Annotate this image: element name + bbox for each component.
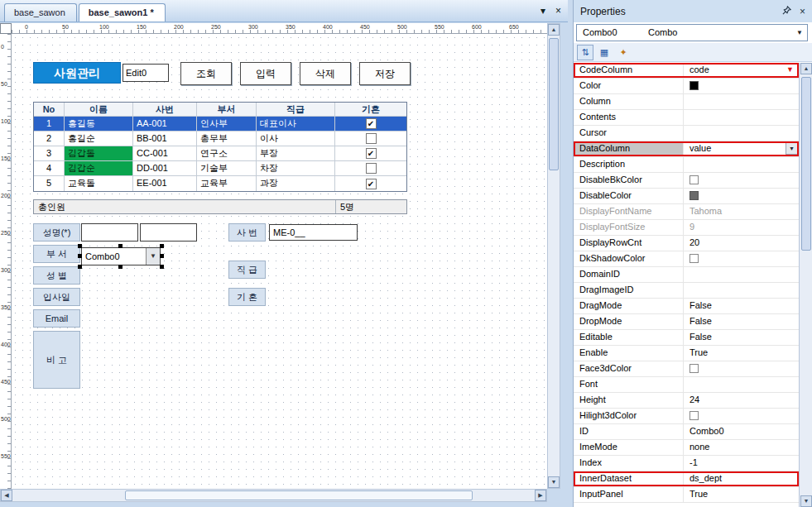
property-row-InputPanel[interactable]: InputPanelTrue — [574, 487, 799, 503]
name-field[interactable] — [81, 223, 138, 242]
property-value[interactable]: True — [684, 487, 799, 502]
action-button-조회[interactable]: 조회 — [180, 62, 232, 85]
grid-header-cell[interactable]: 사번 — [133, 103, 197, 116]
property-name[interactable]: InnerDataset — [574, 471, 684, 486]
combo0-box[interactable]: Combo0 ▼ — [81, 247, 161, 265]
grid-cell[interactable]: 연구소 — [197, 146, 257, 160]
pin-icon[interactable] — [782, 6, 791, 17]
property-row-Editable[interactable]: EditableFalse — [574, 330, 799, 346]
grid-cell[interactable]: 홍길순 — [65, 132, 133, 146]
property-row-ID[interactable]: IDCombo0 — [574, 424, 799, 440]
grid-cell[interactable]: 5 — [34, 176, 65, 191]
design-canvas[interactable]: 사원관리 Edit0 조회입력삭제저장 No이름사번부서직급기혼1홍길동AA-0… — [12, 34, 547, 489]
property-row-DomainID[interactable]: DomainID — [574, 267, 799, 283]
employee-grid[interactable]: No이름사번부서직급기혼1홍길동AA-001인사부대표이사✔2홍길순BB-001… — [33, 102, 407, 192]
checkbox-icon[interactable] — [689, 364, 699, 373]
property-name[interactable]: DisplayRowCnt — [574, 236, 684, 251]
property-name[interactable]: Column — [574, 94, 684, 109]
property-value[interactable]: Combo0 — [684, 424, 799, 439]
property-name[interactable]: DragMode — [574, 299, 684, 313]
selection-handle[interactable] — [78, 244, 82, 248]
property-name[interactable]: DomainID — [574, 267, 684, 282]
selection-handle[interactable] — [160, 244, 164, 248]
categorized-icon[interactable]: ▦ — [596, 45, 613, 60]
grid-header-cell[interactable]: 직급 — [257, 103, 335, 116]
property-name[interactable]: Face3dColor — [574, 361, 684, 376]
selection-handle[interactable] — [78, 265, 82, 269]
grid-cell[interactable]: AA-001 — [133, 117, 197, 131]
property-name[interactable]: Cursor — [574, 126, 684, 141]
props-scroll-down-icon[interactable]: ▼ — [800, 495, 812, 507]
object-selector[interactable]: Combo0 Combo ▼ — [576, 24, 808, 41]
table-row[interactable]: 3김갑돌CC-001연구소부장✔ — [34, 146, 406, 161]
grid-header-cell[interactable]: No — [34, 103, 65, 116]
property-row-DropMode[interactable]: DropModeFalse — [574, 314, 799, 330]
grid-cell[interactable]: 2 — [34, 132, 65, 146]
property-name[interactable]: DkShadowColor — [574, 251, 684, 266]
props-scrollbar-thumb[interactable] — [801, 77, 811, 251]
grid-cell[interactable]: 인사부 — [197, 117, 257, 131]
property-value[interactable] — [684, 126, 799, 141]
grid-header-cell[interactable]: 부서 — [197, 103, 257, 116]
property-row-DataColumn[interactable]: DataColumnvalue▼ — [574, 141, 799, 157]
close-icon[interactable]: × — [555, 5, 561, 17]
grid-cell[interactable]: 대표이사 — [257, 117, 335, 131]
property-row-Column[interactable]: Column — [574, 94, 799, 110]
scroll-left-icon[interactable]: ◀ — [1, 490, 12, 501]
property-name[interactable]: Height — [574, 393, 684, 408]
property-value[interactable]: 9 — [684, 220, 799, 235]
property-value[interactable]: False — [684, 330, 799, 345]
property-row-DragMode[interactable]: DragModeFalse — [574, 299, 799, 314]
grid-cell[interactable]: 김갑순 — [65, 161, 133, 175]
canvas-horizontal-scrollbar[interactable]: ◀ ▶ — [0, 489, 547, 502]
checkbox-icon[interactable]: ✔ — [366, 148, 377, 159]
grid-cell-married[interactable] — [335, 161, 406, 175]
scroll-right-icon[interactable]: ▶ — [535, 490, 546, 501]
property-name[interactable]: DisplayFontSize — [574, 220, 684, 235]
vertical-scrollbar-thumb[interactable] — [549, 38, 559, 170]
property-row-DisplayFontSize[interactable]: DisplayFontSize9 — [574, 220, 799, 236]
property-row-Description[interactable]: Description — [574, 157, 799, 173]
property-name[interactable]: InputPanel — [574, 487, 684, 502]
grid-cell[interactable]: 기술부 — [197, 161, 257, 175]
grid-cell[interactable]: 총무부 — [197, 132, 257, 146]
property-row-ImeMode[interactable]: ImeModenone — [574, 440, 799, 456]
property-row-DragImageID[interactable]: DragImageID — [574, 283, 799, 299]
property-row-Cursor[interactable]: Cursor — [574, 126, 799, 141]
checkbox-icon[interactable] — [689, 254, 699, 263]
action-button-삭제[interactable]: 삭제 — [300, 62, 351, 85]
properties-scrollbar[interactable]: ▲ ▼ — [799, 63, 812, 507]
property-name[interactable]: DropMode — [574, 314, 684, 329]
property-value[interactable] — [684, 94, 799, 109]
grid-cell[interactable]: EE-001 — [133, 176, 197, 191]
property-name[interactable]: Enable — [574, 346, 684, 361]
property-value[interactable]: value▼ — [684, 141, 799, 156]
property-value[interactable]: code▼ — [684, 63, 799, 78]
property-row-DisplayFontName[interactable]: DisplayFontNameTahoma — [574, 204, 799, 220]
grid-cell[interactable]: 과장 — [257, 176, 335, 191]
property-name[interactable]: Font — [574, 377, 684, 392]
horizontal-scrollbar-thumb[interactable] — [125, 490, 473, 500]
canvas-vertical-scrollbar[interactable]: ▲ ▼ — [547, 23, 560, 489]
checkbox-icon[interactable]: ✔ — [366, 118, 377, 129]
property-row-Index[interactable]: Index-1 — [574, 456, 799, 471]
chevron-down-icon[interactable]: ▾ — [541, 5, 545, 17]
action-button-입력[interactable]: 입력 — [240, 62, 291, 85]
selection-handle[interactable] — [78, 254, 82, 258]
property-value[interactable]: 24 — [684, 393, 799, 408]
property-name[interactable]: DataColumn — [574, 141, 684, 156]
checkbox-icon[interactable] — [366, 163, 377, 174]
property-name[interactable]: Description — [574, 157, 684, 172]
combo0-widget[interactable]: Combo0 ▼ — [81, 247, 161, 265]
grid-cell[interactable]: BB-001 — [133, 132, 197, 146]
property-name[interactable]: DisableBkColor — [574, 173, 684, 188]
property-row-Enable[interactable]: EnableTrue — [574, 346, 799, 361]
tab-base_sawon1-[interactable]: base_sawon1 * — [79, 3, 166, 22]
property-value[interactable]: none — [684, 440, 799, 455]
property-value[interactable] — [684, 79, 799, 93]
table-row[interactable]: 2홍길순BB-001총무부이사 — [34, 132, 406, 146]
combo-dropdown-icon[interactable]: ▼ — [146, 248, 160, 265]
table-row[interactable]: 5교육돌EE-001교육부과장✔ — [34, 176, 406, 191]
grid-cell-married[interactable]: ✔ — [335, 176, 406, 191]
grid-cell[interactable]: 교육부 — [197, 176, 257, 191]
